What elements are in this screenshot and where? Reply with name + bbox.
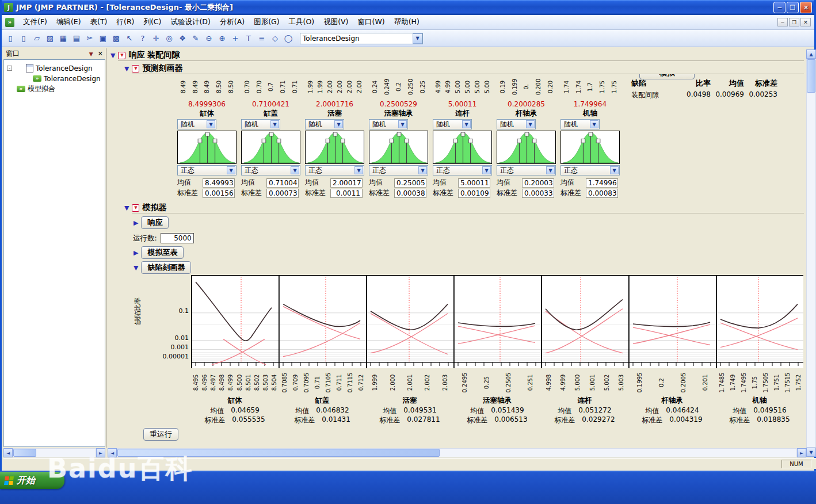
mean-input[interactable]: 1.74996 <box>586 178 618 188</box>
disclosure-down-icon[interactable]: ▼ <box>134 264 138 272</box>
menu-item[interactable]: 表(T) <box>86 16 112 29</box>
distribution-select[interactable]: 正态 ▼ <box>305 165 364 175</box>
distribution-panel[interactable] <box>433 131 492 164</box>
distribution-select[interactable]: 正态 ▼ <box>177 165 237 175</box>
mdi-close-button[interactable]: ✕ <box>800 18 811 26</box>
distribution-panel[interactable] <box>241 131 300 164</box>
distribution-panel[interactable] <box>369 131 428 164</box>
sidebar-hscroll-left-arrow[interactable]: ◄ <box>3 448 13 457</box>
distribution-panel[interactable] <box>305 131 364 164</box>
distribution-panel[interactable] <box>177 131 237 164</box>
disclosure-down-icon[interactable]: ▼ <box>124 65 129 72</box>
mdi-minimize-button[interactable]: ─ <box>777 18 788 26</box>
factor-mode-select[interactable]: 随机 ▼ <box>305 119 344 129</box>
factor-current-value[interactable]: 1.749964 <box>558 100 622 109</box>
lines-icon[interactable]: ≡ <box>256 32 268 45</box>
hand-icon[interactable]: ❖ <box>176 32 189 45</box>
panel-menu-icon[interactable]: ▼ <box>89 51 93 57</box>
disclosure-right-icon[interactable]: ▶ <box>134 249 138 257</box>
defect-profiler-panel[interactable] <box>716 275 803 368</box>
tree-item-tolerancedesign-table[interactable]: - ToleranceDesign <box>7 63 93 73</box>
zoom-in-icon[interactable]: ⊕ <box>216 32 228 45</box>
new-icon[interactable]: ▯ <box>4 32 17 45</box>
factor-mode-select[interactable]: 随机 ▼ <box>433 119 472 129</box>
mean-input[interactable]: 2.00017 <box>330 178 363 188</box>
distribution-panel[interactable] <box>497 131 556 164</box>
tree-expander-icon[interactable]: - <box>7 66 12 71</box>
defect-profiler-panel[interactable] <box>541 275 628 368</box>
report-hscroll-right-arrow[interactable]: ► <box>797 448 806 457</box>
defect-profiler-group-button[interactable]: 缺陷刻画器 <box>141 261 191 274</box>
menu-item[interactable]: 行(R) <box>112 16 139 29</box>
mdi-restore-button[interactable]: ❐ <box>789 18 799 26</box>
mean-input[interactable]: 5.00011 <box>458 178 490 188</box>
factor-current-value[interactable]: 5.00011 <box>430 100 494 109</box>
sd-input[interactable]: 0.00083 <box>586 189 618 198</box>
menu-item[interactable]: 工具(O) <box>284 16 319 29</box>
oval-icon[interactable]: ◯ <box>282 32 295 45</box>
defect-profiler-panel[interactable] <box>628 275 716 368</box>
factor-current-value[interactable]: 8.4999306 <box>175 100 239 109</box>
factor-mode-select[interactable]: 随机 ▼ <box>241 119 280 129</box>
zoom-out-icon[interactable]: ⊖ <box>203 32 215 45</box>
report-hscroll-left-arrow[interactable]: ◄ <box>108 448 117 457</box>
vscroll-down-arrow[interactable]: ▼ <box>806 448 816 457</box>
disclosure-right-icon[interactable]: ▶ <box>134 219 138 227</box>
defect-profiler-panel[interactable] <box>191 275 279 368</box>
menu-item[interactable]: 图形(G) <box>249 16 284 29</box>
factor-current-value[interactable]: 0.2500529 <box>367 100 430 109</box>
polygon-icon[interactable]: ◇ <box>269 32 281 45</box>
red-triangle-menu-icon[interactable]: ▼ <box>132 65 139 72</box>
sd-input[interactable]: 0.00073 <box>266 189 299 198</box>
annotate-icon[interactable]: T <box>242 32 255 45</box>
factor-mode-select[interactable]: 随机 ▼ <box>177 119 216 129</box>
defect-profiler-panel[interactable] <box>366 275 453 368</box>
start-button[interactable]: 开始 <box>0 472 64 489</box>
factor-mode-select[interactable]: 随机 ▼ <box>497 119 536 129</box>
menu-item[interactable]: 视图(V) <box>319 16 353 29</box>
minimize-button[interactable]: ─ <box>773 2 786 13</box>
mean-input[interactable]: 8.49993 <box>203 178 235 188</box>
menu-item[interactable]: 试验设计(D) <box>166 16 215 29</box>
menu-item[interactable]: 窗口(W) <box>353 16 390 29</box>
disclosure-down-icon[interactable]: ▼ <box>110 52 115 59</box>
distribution-select[interactable]: 正态 ▼ <box>560 165 620 175</box>
paste-icon[interactable]: ▩ <box>110 32 123 45</box>
factor-current-value[interactable]: 0.7100421 <box>239 100 303 109</box>
menu-item[interactable]: 分析(A) <box>215 16 249 29</box>
distribution-select[interactable]: 正态 ▼ <box>369 165 428 175</box>
crosshair-icon[interactable]: + <box>229 32 242 45</box>
sd-input[interactable]: 0.00156 <box>203 189 235 198</box>
platform-combobox[interactable]: ToleranceDesign ▼ <box>300 33 423 44</box>
panel-close-icon[interactable]: ✕ <box>98 50 103 58</box>
help-icon[interactable]: ? <box>136 32 149 45</box>
menu-item[interactable]: 编辑(E) <box>52 16 86 29</box>
sd-input[interactable]: 0.00033 <box>522 189 554 198</box>
bullseye-icon[interactable]: ◎ <box>163 32 176 45</box>
tree-item-tolerancedesign-report[interactable]: » ToleranceDesign <box>33 74 101 83</box>
red-triangle-menu-icon[interactable]: ▼ <box>118 52 125 59</box>
report-hscroll-thumb[interactable] <box>117 449 440 457</box>
brush-icon[interactable]: ✎ <box>189 32 202 45</box>
sd-input[interactable]: 0.00109 <box>458 189 490 198</box>
sd-input[interactable]: 0.0011 <box>330 189 363 198</box>
distribution-select[interactable]: 正态 ▼ <box>433 165 492 175</box>
defect-profiler-panel[interactable] <box>453 275 541 368</box>
tree-item-model-fit[interactable]: » 模型拟合 <box>17 84 55 94</box>
vscroll-track[interactable] <box>806 59 816 448</box>
sidebar-hscroll-right-arrow[interactable]: ► <box>96 448 105 457</box>
rerun-button[interactable]: 重运行 <box>143 428 178 441</box>
menu-item[interactable]: 文件(F) <box>18 16 52 29</box>
red-triangle-menu-icon[interactable]: ▼ <box>132 204 139 212</box>
factor-mode-select[interactable]: 随机 ▼ <box>560 119 600 129</box>
save-icon[interactable]: ▦ <box>57 32 70 45</box>
mean-input[interactable]: 0.20003 <box>522 178 554 188</box>
factor-current-value[interactable]: 0.2000285 <box>494 100 558 109</box>
open-icon[interactable]: ▱ <box>30 32 43 45</box>
new-journal-icon[interactable]: ▯ <box>17 32 30 45</box>
runs-input[interactable] <box>161 233 194 243</box>
mean-input[interactable]: 0.25005 <box>394 178 426 188</box>
mean-input[interactable]: 0.71004 <box>266 178 299 188</box>
distribution-select[interactable]: 正态 ▼ <box>241 165 300 175</box>
menu-item[interactable]: 列(C) <box>139 16 166 29</box>
